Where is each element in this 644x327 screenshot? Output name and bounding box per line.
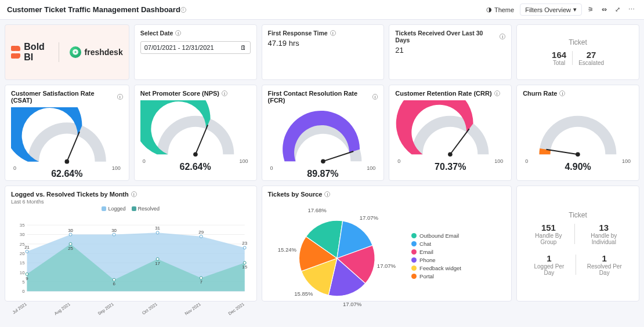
link-icon: ⇔ <box>602 6 607 13</box>
info-icon[interactable]: i <box>330 30 336 36</box>
svg-text:Aug 2021: Aug 2021 <box>53 301 71 316</box>
area-chart[interactable]: 05101520253035213030312923925617715Jul 2… <box>11 212 251 317</box>
gauge-max: 100 <box>239 158 248 164</box>
svg-point-32 <box>156 231 159 234</box>
select-date-label: Select Date i <box>140 30 251 37</box>
handle-indiv-lbl: Handle by Individual <box>581 232 627 245</box>
info-icon[interactable]: i <box>500 34 505 39</box>
info-icon[interactable]: i <box>222 90 227 96</box>
gauge-card-4: Churn Rate i 0 100 4.90% <box>516 85 639 181</box>
svg-text:10: 10 <box>20 270 25 275</box>
info-icon[interactable]: i <box>559 90 565 96</box>
info-icon[interactable]: i <box>180 7 186 13</box>
ticket-handle-card: Ticket 151 Handle By Group 13 Handle by … <box>516 186 639 301</box>
pie-legend-item[interactable]: Chat <box>411 241 461 247</box>
svg-point-34 <box>200 235 202 238</box>
gauge-chart[interactable] <box>395 100 505 170</box>
link-icon-button[interactable]: ⇔ <box>599 4 609 15</box>
gauge-title: Customer Satisfaction Rate (CSAT) i <box>11 90 123 104</box>
gauge-title: Net Promoter Score (NPS) i <box>140 90 251 97</box>
pie-legend-item[interactable]: Outbound Email <box>411 232 461 239</box>
svg-point-42 <box>113 278 115 281</box>
svg-text:35: 35 <box>20 223 25 228</box>
more-button[interactable]: ⋯ <box>626 4 637 15</box>
gauge-title: Customer Retention Rate (CRR) i <box>395 90 505 97</box>
svg-text:30: 30 <box>20 232 25 237</box>
handle-header: Ticket <box>523 211 633 219</box>
ticket-total-lbl: Total <box>552 60 566 66</box>
ticket-esc-num: 27 <box>578 50 604 60</box>
svg-line-4 <box>323 151 353 161</box>
logo-divider <box>59 42 59 62</box>
svg-text:Sep 2021: Sep 2021 <box>97 301 115 316</box>
ticket-summary-header: Ticket <box>569 38 587 46</box>
gauge-value: 62.64% <box>179 162 211 172</box>
pie-legend-item[interactable]: Portal <box>411 273 461 279</box>
svg-point-46 <box>200 277 202 279</box>
filter-icon-button[interactable]: ⚞ <box>585 4 596 15</box>
svg-text:20: 20 <box>20 251 25 256</box>
svg-text:17.68%: 17.68% <box>307 207 327 213</box>
legend-label: Phone <box>419 257 435 263</box>
svg-text:17.07%: 17.07% <box>359 215 378 221</box>
pie-legend-item[interactable]: Phone <box>411 257 461 263</box>
theme-label: Theme <box>494 6 514 13</box>
info-icon[interactable]: i <box>494 90 500 96</box>
gauge-chart[interactable] <box>268 107 378 177</box>
pie-legend-item[interactable]: Email <box>411 249 461 255</box>
gauge-chart[interactable] <box>11 107 123 177</box>
svg-text:Jul 2021: Jul 2021 <box>12 301 28 315</box>
theme-icon: ◑ <box>486 6 492 13</box>
gauge-card-3: Customer Retention Rate (CRR) i 0 100 70… <box>389 85 512 181</box>
gauge-title: Churn Rate i <box>523 90 633 97</box>
gauge-chart[interactable] <box>523 100 633 170</box>
gauge-chart[interactable] <box>140 100 251 170</box>
gauge-min: 0 <box>143 158 146 164</box>
freshdesk-logo: ❂ freshdesk <box>70 46 123 58</box>
date-range-input[interactable]: 07/01/2021 - 12/31/2021 🗓 <box>140 41 251 54</box>
first-response-card: First Response Time i 47.19 hrs <box>262 24 385 80</box>
svg-text:7: 7 <box>200 279 202 285</box>
info-icon[interactable]: i <box>175 30 181 36</box>
svg-point-30 <box>113 233 115 236</box>
filter-icon: ⚞ <box>588 6 594 13</box>
svg-text:Nov 2021: Nov 2021 <box>184 301 202 316</box>
chevron-down-icon: ▾ <box>573 6 577 13</box>
svg-point-40 <box>69 242 72 245</box>
svg-text:15: 15 <box>20 260 25 266</box>
svg-point-36 <box>243 246 246 249</box>
resolved-per-day-lbl: Resolved Per Day <box>582 263 627 276</box>
svg-text:21: 21 <box>24 245 30 250</box>
theme-button[interactable]: ◑ Theme <box>484 4 516 15</box>
pie-legend-item[interactable]: Feedback widget <box>411 265 461 271</box>
gauge-card-2: First Contact Resolution Rate (FCR) i 0 … <box>262 85 385 181</box>
fullscreen-button[interactable]: ⤢ <box>613 4 623 15</box>
info-icon[interactable]: i <box>131 191 137 197</box>
area-chart-legend: Logged Resolved <box>11 206 251 212</box>
date-range-value: 07/01/2021 - 12/31/2021 <box>144 44 214 51</box>
filters-overview-button[interactable]: Filters Overview ▾ <box>520 3 582 16</box>
info-icon[interactable]: i <box>372 94 378 100</box>
tickets-30-label: Tickets Received Over Last 30 Days i <box>395 30 505 43</box>
logos-card: Bold BI ❂ freshdesk <box>5 24 129 80</box>
svg-text:0: 0 <box>22 289 25 294</box>
svg-point-1 <box>64 159 69 164</box>
svg-text:31: 31 <box>155 226 160 231</box>
svg-text:Dec 2021: Dec 2021 <box>227 301 245 316</box>
legend-label: Chat <box>419 241 431 247</box>
svg-text:15.24%: 15.24% <box>277 246 296 253</box>
pie-chart[interactable]: 17.68%17.07%17.07%17.07%15.85%15.24% <box>268 198 406 315</box>
gauge-max: 100 <box>494 158 503 164</box>
ticket-summary-card: Ticket 164 Total 27 Escalated <box>516 24 639 80</box>
freshdesk-mark-icon: ❂ <box>70 46 81 58</box>
gauge-max: 100 <box>112 165 121 171</box>
info-icon[interactable]: i <box>117 94 123 100</box>
gauge-value: 62.64% <box>51 169 82 179</box>
svg-text:30: 30 <box>111 228 117 233</box>
svg-text:17.07%: 17.07% <box>343 301 362 307</box>
expand-icon: ⤢ <box>615 6 620 13</box>
info-icon[interactable]: i <box>324 191 330 197</box>
tickets-by-source-card: Tickets by Source i 17.68%17.07%17.07%17… <box>262 186 512 301</box>
gauge-min: 0 <box>397 158 400 164</box>
legend-dot-icon <box>411 257 417 263</box>
